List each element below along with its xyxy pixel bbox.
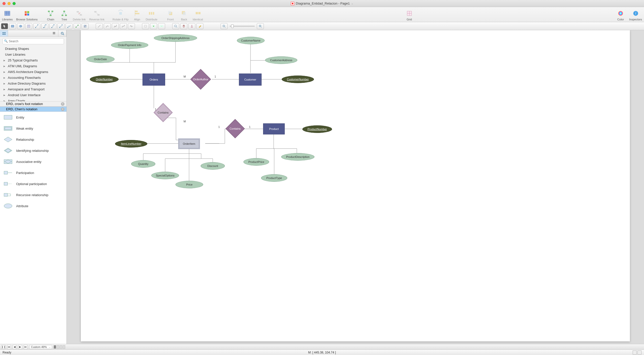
shape-weak-entity[interactable]: Weak entity — [0, 123, 66, 134]
line-tool-2[interactable] — [104, 23, 111, 29]
status-icon-1[interactable] — [633, 350, 637, 354]
sidebar-tab-grid[interactable] — [50, 30, 58, 37]
entity-customer[interactable]: Customer — [239, 74, 262, 86]
list-item[interactable]: ▶AWS Architecture Diagrams — [0, 69, 66, 75]
attr-productnumber[interactable]: ProductNumber — [302, 125, 332, 133]
text-tool[interactable] — [25, 23, 32, 29]
first-page-button[interactable]: ⏮ — [7, 345, 11, 349]
list-item[interactable]: ▶Area Charts — [0, 98, 66, 101]
rotate-flip-button[interactable]: Rotate & Flip — [113, 9, 129, 21]
snap-2[interactable] — [150, 23, 157, 29]
snap-3[interactable] — [158, 23, 165, 29]
inspectors-button[interactable]: i Inspectors — [629, 9, 642, 21]
attr-orderpayment[interactable]: OrderPayment Info — [111, 41, 148, 49]
line-tool-1[interactable] — [96, 23, 103, 29]
attr-ordernumber[interactable]: OrderNumber — [90, 76, 119, 83]
list-item[interactable]: ▶Active Directory Diagrams — [0, 81, 66, 86]
connector-l3[interactable] — [49, 23, 56, 29]
close-icon[interactable]: × — [61, 108, 64, 111]
list-item[interactable]: Drawing Shapes — [0, 46, 66, 52]
shape-attribute[interactable]: Attribute — [0, 200, 66, 211]
connector-l7[interactable] — [82, 23, 89, 29]
back-button[interactable]: Back — [179, 9, 189, 21]
browse-solutions-button[interactable]: Browse Solutions — [16, 9, 38, 21]
close-icon[interactable]: × — [61, 102, 64, 106]
grid-button[interactable]: Grid — [404, 9, 414, 21]
attr-customeraddress[interactable]: CustomerAddress — [265, 56, 297, 64]
connector-l4[interactable] — [57, 23, 64, 29]
line-tool-5[interactable] — [128, 23, 135, 29]
connector-l5[interactable] — [65, 23, 73, 29]
shape-identifying-relationship[interactable]: Identifying relationship — [0, 145, 66, 156]
attr-productprice[interactable]: ProductPrice — [243, 158, 269, 166]
reverse-link-button[interactable]: Reverse link — [89, 9, 105, 21]
front-button[interactable]: Front — [165, 9, 175, 21]
align-button[interactable]: Align — [132, 9, 142, 21]
last-page-button[interactable]: ⏭ — [24, 345, 28, 349]
line-tool-4[interactable] — [120, 23, 127, 29]
page-thumbnails[interactable] — [54, 345, 65, 349]
selected-lib-crow[interactable]: ERD, crow's foot notation× — [0, 101, 66, 106]
attr-producttype[interactable]: ProductType — [261, 174, 287, 182]
attr-discount[interactable]: Discount — [201, 162, 225, 170]
entity-product[interactable]: Product — [263, 123, 285, 134]
status-icon-2[interactable] — [637, 350, 641, 354]
list-item[interactable]: ▶Aerospace and Transport — [0, 86, 66, 92]
search-input[interactable] — [3, 38, 64, 44]
sidebar-tab-shapes[interactable] — [0, 30, 8, 37]
chain-button[interactable]: Chain — [46, 9, 56, 21]
entity-orderitem[interactable]: OrderItem — [178, 138, 200, 149]
attr-productdescription[interactable]: ProductDescription — [281, 153, 314, 161]
prev-page-button[interactable]: ◀ — [13, 345, 17, 349]
selected-lib-chen[interactable]: ERD, Chen's notation× — [0, 106, 66, 112]
snap-1[interactable] — [142, 23, 149, 29]
rect-tool[interactable] — [9, 23, 16, 29]
document-title[interactable]: Diagrama_Entidad_Relacion - Page1 ⌄ — [0, 2, 644, 5]
delete-link-button[interactable]: Delete link — [73, 9, 86, 21]
shape-associative-entity[interactable]: Associative entity — [0, 156, 66, 167]
connector-l2[interactable] — [41, 23, 48, 29]
hand-tool[interactable] — [180, 23, 187, 29]
next-page-button[interactable]: ▶ — [18, 345, 22, 349]
zoom-in-button[interactable] — [257, 23, 264, 29]
sidebar-tab-search[interactable] — [58, 30, 66, 37]
list-item[interactable]: User Libraries — [0, 52, 66, 57]
shape-recursive-relationship[interactable]: Recursive relationship — [0, 189, 66, 200]
zoom-slider[interactable] — [230, 26, 255, 27]
attr-orderdate[interactable]: OrderDate — [86, 55, 115, 63]
canvas-area[interactable]: Orders Customer OrderItem Product OrderA… — [67, 30, 644, 344]
entity-orders[interactable]: Orders — [142, 74, 165, 86]
line-tool-3[interactable] — [112, 23, 119, 29]
attr-ordershipping[interactable]: OrderShippingAddress — [154, 34, 197, 42]
shape-relationship[interactable]: Relationship — [0, 134, 66, 145]
identical-button[interactable]: Identical — [193, 9, 203, 21]
attr-quantity[interactable]: Quantity — [131, 160, 155, 168]
zoom-select[interactable]: Custom 49% — [29, 345, 52, 349]
connector-l6[interactable] — [74, 23, 81, 29]
list-item[interactable]: ▶ATM UML Diagrams — [0, 63, 66, 69]
list-item[interactable]: ▶Accounting Flowcharts — [0, 75, 66, 81]
attr-price[interactable]: Price — [175, 181, 203, 188]
libraries-button[interactable]: Libraries — [2, 9, 13, 21]
person-tool[interactable] — [188, 23, 195, 29]
ellipse-tool[interactable] — [17, 23, 24, 29]
shape-optional-participation[interactable]: Optional participation — [0, 178, 66, 189]
shape-participation[interactable]: Participation — [0, 167, 66, 178]
list-item[interactable]: ▶Android User Interface — [0, 92, 66, 98]
attr-specialoptions[interactable]: SpecialOptions — [151, 172, 179, 179]
attr-itemline[interactable]: ItemLineNumber — [115, 140, 147, 148]
zoom-tool[interactable] — [172, 23, 179, 29]
attr-customername[interactable]: CustomerName — [237, 37, 265, 44]
list-item[interactable]: ▶25 Typical Orgcharts — [0, 57, 66, 63]
tree-button[interactable]: Tree — [59, 9, 69, 21]
connector-l1[interactable] — [33, 23, 40, 29]
attr-customernumber[interactable]: CustomerNumber — [282, 76, 314, 83]
pen-tool[interactable] — [196, 23, 203, 29]
canvas[interactable]: Orders Customer OrderItem Product OrderA… — [81, 30, 630, 341]
color-button[interactable]: Color — [616, 9, 626, 21]
distribute-button[interactable]: Distribute — [146, 9, 157, 21]
pointer-tool[interactable] — [1, 23, 8, 29]
panel-toggle[interactable]: ❙❙ — [2, 345, 6, 349]
zoom-out-button[interactable] — [221, 23, 228, 29]
shape-entity[interactable]: Entity — [0, 112, 66, 123]
